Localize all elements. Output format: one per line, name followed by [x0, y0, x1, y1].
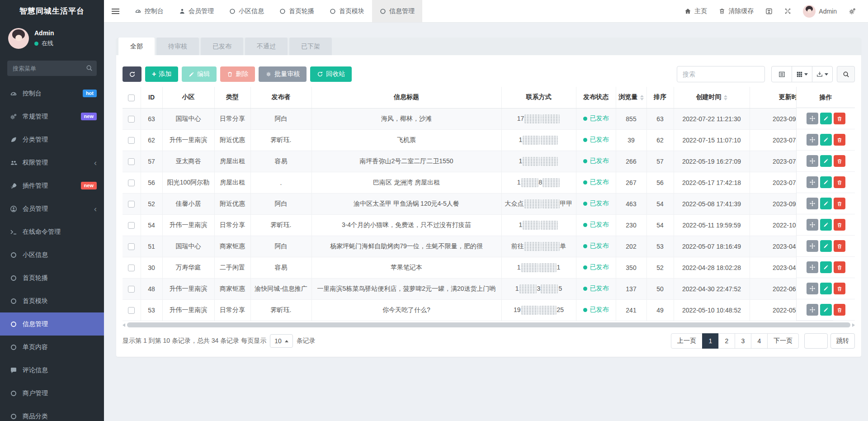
jump-page-input[interactable] [804, 333, 828, 349]
row-checkbox[interactable] [128, 116, 135, 123]
delete-row-button[interactable] [834, 219, 845, 231]
move-button[interactable] [807, 304, 818, 316]
delete-row-button[interactable] [834, 134, 845, 146]
edit-row-button[interactable] [820, 176, 832, 188]
edit-row-button[interactable] [820, 198, 832, 209]
user-menu[interactable]: Admin [797, 0, 843, 23]
edit-row-button[interactable] [820, 240, 832, 252]
row-checkbox[interactable] [128, 158, 135, 165]
home-button[interactable]: 主页 [679, 0, 713, 23]
edit-row-button[interactable] [820, 113, 832, 124]
col-created[interactable]: 创建时间 [674, 87, 750, 108]
sidebar-item-comments[interactable]: 评论信息 [0, 359, 104, 382]
edit-row-button[interactable] [820, 155, 832, 167]
sidebar-item-general[interactable]: 常规管理 new [0, 105, 104, 128]
move-button[interactable] [807, 113, 818, 124]
sidebar-item-info-management[interactable]: 信息管理 [0, 312, 104, 336]
move-button[interactable] [807, 240, 818, 252]
move-button[interactable] [807, 176, 818, 188]
row-checkbox[interactable] [128, 222, 135, 229]
sidebar-item-community-info[interactable]: 小区信息 [0, 243, 104, 266]
edit-row-button[interactable] [820, 134, 832, 146]
translate-button[interactable] [760, 0, 778, 23]
nav-tab-home-module[interactable]: 首页模块 [322, 0, 372, 22]
nav-tab-dashboard[interactable]: 控制台 [127, 0, 171, 22]
delete-row-button[interactable] [834, 261, 845, 273]
clear-cache-button[interactable]: 清除缓存 [713, 0, 760, 23]
sidebar-item-goods-category[interactable]: 商品分类 [0, 405, 104, 421]
search-button[interactable] [837, 66, 855, 82]
fullscreen-button[interactable] [778, 0, 797, 23]
sidebar-item-merchant[interactable]: 商户管理 [0, 382, 104, 405]
delete-row-button[interactable] [834, 304, 845, 316]
sidebar-item-home-carousel[interactable]: 首页轮播 [0, 266, 104, 289]
columns-button[interactable] [792, 66, 812, 82]
tab-published[interactable]: 已发布 [201, 38, 243, 55]
row-checkbox[interactable] [128, 243, 135, 250]
detail-view-button[interactable] [771, 66, 792, 82]
move-button[interactable] [807, 198, 818, 209]
page-2-button[interactable]: 2 [718, 333, 735, 349]
next-page-button[interactable]: 下一页 [767, 333, 799, 349]
recycle-bin-button[interactable]: 回收站 [310, 66, 352, 82]
row-checkbox[interactable] [128, 286, 135, 293]
nav-tab-member[interactable]: 会员管理 [171, 0, 222, 22]
nav-tab-info-management[interactable]: 信息管理 [372, 0, 422, 22]
scrollbar-thumb[interactable] [127, 322, 850, 327]
sidebar-item-member[interactable]: 会员管理 ‹ [0, 197, 104, 220]
delete-button[interactable]: 删除 [220, 66, 255, 82]
table-search-input[interactable] [677, 66, 765, 82]
settings-button[interactable] [843, 0, 862, 23]
select-all-checkbox[interactable] [128, 95, 135, 101]
scroll-left-icon[interactable] [123, 323, 125, 327]
tab-offline[interactable]: 已下架 [289, 38, 332, 55]
tab-all[interactable]: 全部 [118, 38, 155, 55]
edit-row-button[interactable] [820, 219, 832, 231]
delete-row-button[interactable] [834, 155, 845, 167]
row-checkbox[interactable] [128, 180, 135, 186]
delete-row-button[interactable] [834, 198, 845, 209]
delete-row-button[interactable] [834, 176, 845, 188]
per-page-select[interactable]: 10 [270, 334, 293, 348]
move-button[interactable] [807, 283, 818, 294]
move-button[interactable] [807, 261, 818, 273]
page-3-button[interactable]: 3 [735, 333, 751, 349]
edit-row-button[interactable] [820, 283, 832, 294]
nav-tab-home-carousel[interactable]: 首页轮播 [272, 0, 322, 22]
delete-row-button[interactable] [834, 113, 845, 124]
tab-rejected[interactable]: 不通过 [245, 38, 288, 55]
move-button[interactable] [807, 155, 818, 167]
sidebar-item-category[interactable]: 分类管理 [0, 128, 104, 151]
move-button[interactable] [807, 219, 818, 231]
delete-row-button[interactable] [834, 240, 845, 252]
row-checkbox[interactable] [128, 137, 135, 144]
jump-button[interactable]: 跳转 [830, 333, 855, 349]
batch-audit-button[interactable]: 批量审核 [259, 66, 307, 82]
row-checkbox[interactable] [128, 307, 135, 314]
row-checkbox[interactable] [128, 201, 135, 208]
sidebar-item-dashboard[interactable]: 控制台 hot [0, 82, 104, 105]
sidebar-item-home-module[interactable]: 首页模块 [0, 289, 104, 312]
edit-row-button[interactable] [820, 261, 832, 273]
prev-page-button[interactable]: 上一页 [671, 333, 703, 349]
move-button[interactable] [807, 134, 818, 146]
tab-pending[interactable]: 待审核 [156, 38, 199, 55]
page-4-button[interactable]: 4 [751, 333, 768, 349]
refresh-button[interactable] [123, 66, 142, 82]
scroll-right-icon[interactable] [852, 323, 855, 327]
sidebar-item-single-page[interactable]: 单页内容 [0, 336, 104, 359]
sidebar-item-plugin[interactable]: 插件管理 new [0, 174, 104, 197]
nav-tab-community-info[interactable]: 小区信息 [222, 0, 272, 22]
edit-button[interactable]: 编辑 [182, 66, 217, 82]
delete-row-button[interactable] [834, 283, 845, 294]
add-button[interactable]: +添加 [145, 66, 178, 82]
menu-search-input[interactable] [7, 61, 97, 76]
sidebar-item-online-command[interactable]: 在线命令管理 [0, 220, 104, 243]
sidebar-item-permission[interactable]: 权限管理 ‹ [0, 151, 104, 174]
hamburger-icon[interactable] [104, 0, 127, 22]
row-checkbox[interactable] [128, 265, 135, 271]
col-views[interactable]: 浏览量 [616, 87, 646, 108]
page-1-button[interactable]: 1 [702, 333, 719, 349]
edit-row-button[interactable] [820, 304, 832, 316]
horizontal-scrollbar[interactable] [123, 322, 855, 328]
